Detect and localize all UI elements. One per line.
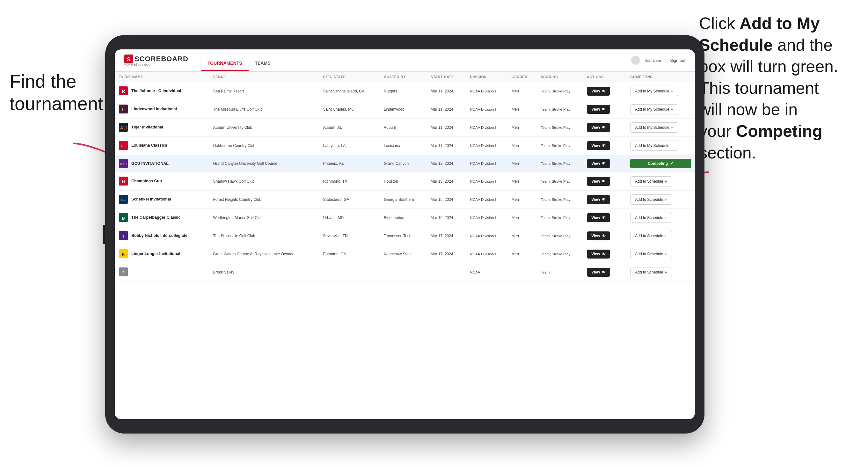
plus-icon: + xyxy=(664,197,667,202)
plus-icon: + xyxy=(671,89,673,94)
view-label: View xyxy=(591,234,600,238)
tab-tournaments[interactable]: TOURNAMENTS xyxy=(201,50,249,71)
add-schedule-button[interactable]: Add to Schedule + xyxy=(630,194,672,205)
actions-cell: View 👁 xyxy=(583,209,626,227)
add-schedule-label: Add to My Schedule xyxy=(635,107,669,112)
gender-cell: Men xyxy=(508,82,537,100)
venue-cell: Shadow Hawk Golf Club xyxy=(209,173,319,191)
actions-cell: View 👁 xyxy=(583,155,626,173)
actions-cell: View 👁 xyxy=(583,119,626,137)
hosted-cell: Binghamton xyxy=(380,209,427,227)
annotation-right: Click Add to MySchedule and thebox will … xyxy=(699,13,859,163)
view-label: View xyxy=(591,89,600,93)
gender-cell: Men xyxy=(508,209,537,227)
eye-icon: 👁 xyxy=(602,234,606,238)
view-button[interactable]: View 👁 xyxy=(587,141,610,150)
competing-cell: Add to My Schedule + xyxy=(626,82,695,100)
add-schedule-button[interactable]: Add to Schedule + xyxy=(630,213,672,223)
competing-cell: Add to My Schedule + xyxy=(626,100,695,119)
add-schedule-button[interactable]: Add to My Schedule + xyxy=(630,122,678,133)
view-label: View xyxy=(591,125,600,130)
plus-icon: + xyxy=(664,215,667,220)
view-button[interactable]: View 👁 xyxy=(587,159,610,168)
team-logo-auburn: AU xyxy=(119,122,128,132)
table-container: EVENT NAME VENUE CITY, STATE HOSTED BY S… xyxy=(115,72,695,419)
plus-icon: + xyxy=(664,234,667,239)
scoring-cell: Team, Stroke Play xyxy=(537,137,583,155)
division-cell: NCAA Division I xyxy=(466,119,508,137)
add-schedule-button[interactable]: Add to My Schedule + xyxy=(630,104,678,115)
city-cell: Saint Charles, MO xyxy=(319,100,380,119)
division-cell: NCAA Division I xyxy=(466,100,508,119)
svg-text:GS: GS xyxy=(121,198,125,201)
venue-cell: Great Waters Course At Reynolds Lake Oco… xyxy=(209,245,319,263)
date-cell: Mar 17, 2024 xyxy=(427,245,466,263)
view-button[interactable]: View 👁 xyxy=(587,213,610,222)
hosted-cell: Grand Canyon xyxy=(380,155,427,173)
venue-cell: Worthington Manor Golf Club xyxy=(209,209,319,227)
team-logo-generic: ? xyxy=(119,267,128,277)
actions-cell: View 👁 xyxy=(583,227,626,245)
date-cell: Mar 11, 2024 xyxy=(427,82,466,100)
date-cell: Mar 12, 2024 xyxy=(427,155,466,173)
gender-cell: Men xyxy=(508,245,537,263)
svg-text:H: H xyxy=(122,180,125,184)
venue-cell: The Sevierville Golf Club xyxy=(209,227,319,245)
view-button[interactable]: View 👁 xyxy=(587,87,610,96)
add-schedule-label: Add to My Schedule xyxy=(635,89,669,93)
tab-teams[interactable]: TEAMS xyxy=(249,50,277,71)
view-button[interactable]: View 👁 xyxy=(587,268,610,277)
division-cell: NCAA Division I xyxy=(466,155,508,173)
add-schedule-button[interactable]: Add to Schedule + xyxy=(630,231,672,241)
view-label: View xyxy=(591,216,600,220)
hosted-cell: Auburn xyxy=(380,119,427,137)
add-schedule-button[interactable]: Add to Schedule + xyxy=(630,249,672,259)
view-label: View xyxy=(591,161,600,166)
tablet-side-button xyxy=(103,225,105,244)
division-cell: NCAA Division I xyxy=(466,209,508,227)
event-name: Louisiana Classics xyxy=(131,143,167,148)
svg-text:L: L xyxy=(122,107,125,112)
view-button[interactable]: View 👁 xyxy=(587,231,610,240)
add-schedule-button[interactable]: Add to Schedule + xyxy=(630,176,672,186)
col-venue: VENUE xyxy=(209,72,319,82)
competing-label: Competing xyxy=(648,161,668,166)
competing-cell: Add to Schedule + xyxy=(626,227,695,245)
table-row: T Bobby Nichols Intercollegiate The Sevi… xyxy=(115,227,695,245)
add-schedule-button[interactable]: Add to My Schedule + xyxy=(630,141,678,151)
plus-icon: + xyxy=(671,143,673,148)
add-schedule-button[interactable]: Add to My Schedule + xyxy=(630,86,678,96)
eye-icon: 👁 xyxy=(602,89,606,93)
plus-icon: + xyxy=(664,179,667,184)
division-cell: NCAA Division I xyxy=(466,82,508,100)
col-start-date: START DATE xyxy=(427,72,466,82)
view-button[interactable]: View 👁 xyxy=(587,250,610,258)
annotation-left: Find the tournament. xyxy=(9,70,118,115)
sign-out-link[interactable]: Sign out xyxy=(670,58,685,63)
table-row: GCU GCU INVITATIONAL Grand Canyon Univer… xyxy=(115,155,695,173)
add-schedule-button[interactable]: Add to Schedule + xyxy=(630,267,672,277)
view-button[interactable]: View 👁 xyxy=(587,105,610,114)
event-name: Bobby Nichols Intercollegiate xyxy=(131,234,187,238)
venue-cell: Brook Valley xyxy=(209,263,319,281)
table-row: AU Tiger Invitational Auburn University … xyxy=(115,119,695,137)
view-label: View xyxy=(591,144,600,148)
table-row: ? Brook Valley NCAA Team, View 👁 Add to … xyxy=(115,263,695,281)
col-scoring: SCORING xyxy=(537,72,583,82)
col-actions: ACTIONS xyxy=(583,72,626,82)
competing-cell: Add to Schedule + xyxy=(626,263,695,281)
venue-cell: Auburn University Club xyxy=(209,119,319,137)
city-cell: Phoenix, AZ xyxy=(319,155,380,173)
city-cell: Urbana, MD xyxy=(319,209,380,227)
view-button[interactable]: View 👁 xyxy=(587,123,610,132)
competing-button[interactable]: Competing ✓ xyxy=(630,159,691,168)
svg-text:AU: AU xyxy=(120,125,127,130)
view-button[interactable]: View 👁 xyxy=(587,195,610,204)
view-button[interactable]: View 👁 xyxy=(587,177,610,186)
eye-icon: 👁 xyxy=(602,161,606,166)
competing-cell: Add to Schedule + xyxy=(626,209,695,227)
tournaments-table: EVENT NAME VENUE CITY, STATE HOSTED BY S… xyxy=(115,72,695,281)
venue-cell: The Missouri Bluffs Golf Club xyxy=(209,100,319,119)
plus-icon: + xyxy=(664,251,667,257)
scoring-cell: Team, xyxy=(537,263,583,281)
